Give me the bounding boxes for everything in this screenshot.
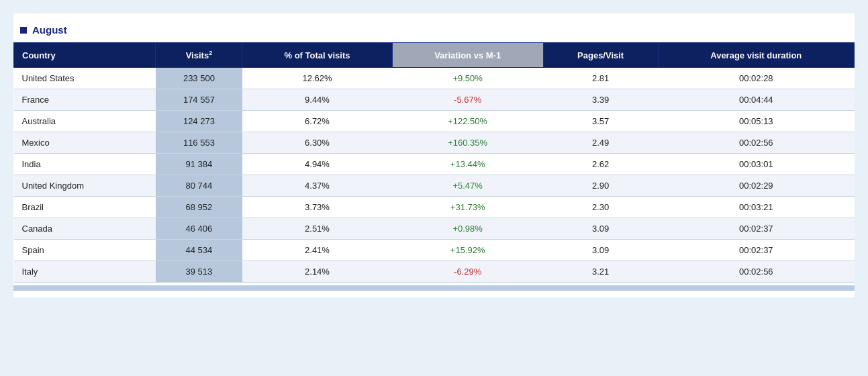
cell-avg-duration: 00:02:37 [658,218,854,240]
cell-variation: +31.73% [392,197,543,218]
table-row: United States233 50012.62%+9.50%2.8100:0… [14,68,855,89]
cell-pages-visit: 2.49 [543,132,658,154]
cell-visits: 44 534 [156,240,242,261]
main-container: August Country Visits2 % of Total visits… [13,13,855,297]
cell-visits: 116 553 [156,132,242,154]
cell-variation: -6.29% [392,261,543,283]
cell-pages-visit: 2.81 [543,68,658,89]
header-pct-total: % of Total visits [242,43,392,68]
header-visits: Visits2 [156,43,242,68]
header-avg-duration: Average visit duration [658,43,854,68]
cell-country: Brazil [14,197,156,218]
cell-country: Australia [14,111,156,132]
data-table: Country Visits2 % of Total visits Variat… [13,42,855,283]
cell-pct-total: 2.51% [242,218,392,240]
table-row: France174 5579.44%-5.67%3.3900:04:44 [14,89,855,111]
cell-country: Italy [14,261,156,283]
cell-pages-visit: 2.62 [543,154,658,175]
header-variation: Variation vs M-1 [392,43,543,68]
cell-pages-visit: 2.90 [543,175,658,197]
cell-visits: 80 744 [156,175,242,197]
cell-variation: +9.50% [392,68,543,89]
cell-pages-visit: 3.09 [543,240,658,261]
cell-country: United Kingdom [14,175,156,197]
cell-avg-duration: 00:02:56 [658,132,854,154]
table-row: Brazil68 9523.73%+31.73%2.3000:03:21 [14,197,855,218]
cell-pct-total: 6.30% [242,132,392,154]
cell-visits: 174 557 [156,89,242,111]
table-row: Mexico116 5536.30%+160.35%2.4900:02:56 [14,132,855,154]
cell-pct-total: 9.44% [242,89,392,111]
cell-visits: 91 384 [156,154,242,175]
cell-country: United States [14,68,156,89]
cell-pct-total: 2.14% [242,261,392,283]
cell-pages-visit: 3.57 [543,111,658,132]
title-text: August [32,24,67,36]
cell-pages-visit: 2.30 [543,197,658,218]
cell-visits: 233 500 [156,68,242,89]
section-title: August [13,20,855,42]
cell-pct-total: 2.41% [242,240,392,261]
cell-avg-duration: 00:02:56 [658,261,854,283]
table-row: United Kingdom80 7444.37%+5.47%2.9000:02… [14,175,855,197]
table-row: India91 3844.94%+13.44%2.6200:03:01 [14,154,855,175]
cell-avg-duration: 00:04:44 [658,89,854,111]
cell-pct-total: 4.94% [242,154,392,175]
cell-pages-visit: 3.39 [543,89,658,111]
bottom-bar [13,285,855,291]
table-row: Italy39 5132.14%-6.29%3.2100:02:56 [14,261,855,283]
table-header-row: Country Visits2 % of Total visits Variat… [14,43,855,68]
cell-pages-visit: 3.21 [543,261,658,283]
cell-variation: +15.92% [392,240,543,261]
cell-pages-visit: 3.09 [543,218,658,240]
header-pages-visit: Pages/Visit [543,43,658,68]
cell-pct-total: 12.62% [242,68,392,89]
table-row: Australia124 2736.72%+122.50%3.5700:05:1… [14,111,855,132]
cell-variation: +0.98% [392,218,543,240]
table-row: Spain44 5342.41%+15.92%3.0900:02:37 [14,240,855,261]
cell-avg-duration: 00:02:37 [658,240,854,261]
cell-variation: +122.50% [392,111,543,132]
cell-pct-total: 4.37% [242,175,392,197]
cell-avg-duration: 00:02:29 [658,175,854,197]
cell-variation: +160.35% [392,132,543,154]
cell-pct-total: 6.72% [242,111,392,132]
cell-country: France [14,89,156,111]
cell-variation: +5.47% [392,175,543,197]
cell-avg-duration: 00:05:13 [658,111,854,132]
cell-avg-duration: 00:03:01 [658,154,854,175]
cell-variation: -5.67% [392,89,543,111]
cell-country: Canada [14,218,156,240]
title-bullet [20,27,27,34]
cell-visits: 124 273 [156,111,242,132]
cell-country: Mexico [14,132,156,154]
header-country: Country [14,43,156,68]
cell-country: India [14,154,156,175]
cell-pct-total: 3.73% [242,197,392,218]
cell-avg-duration: 00:03:21 [658,197,854,218]
cell-visits: 39 513 [156,261,242,283]
cell-visits: 46 406 [156,218,242,240]
table-row: Canada46 4062.51%+0.98%3.0900:02:37 [14,218,855,240]
cell-country: Spain [14,240,156,261]
cell-avg-duration: 00:02:28 [658,68,854,89]
cell-visits: 68 952 [156,197,242,218]
cell-variation: +13.44% [392,154,543,175]
